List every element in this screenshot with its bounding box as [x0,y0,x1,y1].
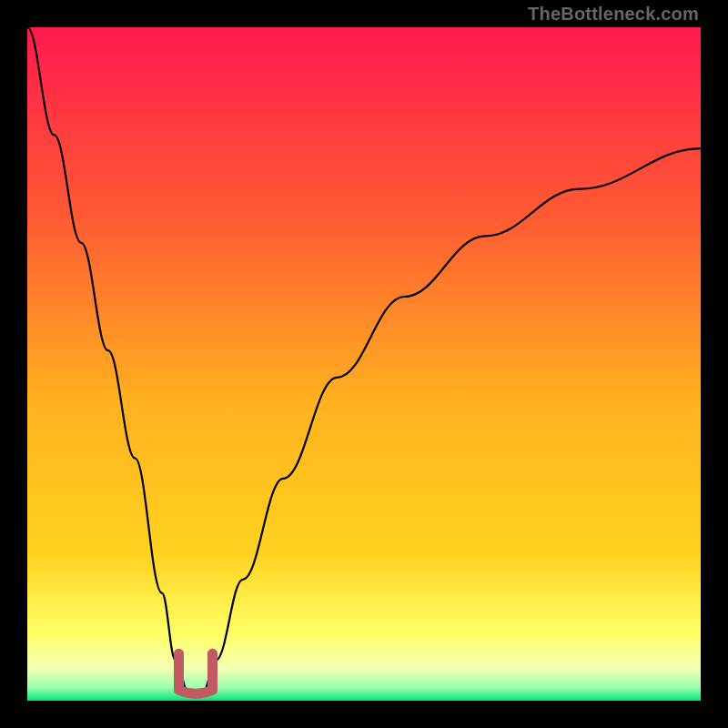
bottleneck-curve [27,27,701,701]
chart-plot-area [27,27,701,701]
watermark-text: TheBottleneck.com [528,4,699,25]
